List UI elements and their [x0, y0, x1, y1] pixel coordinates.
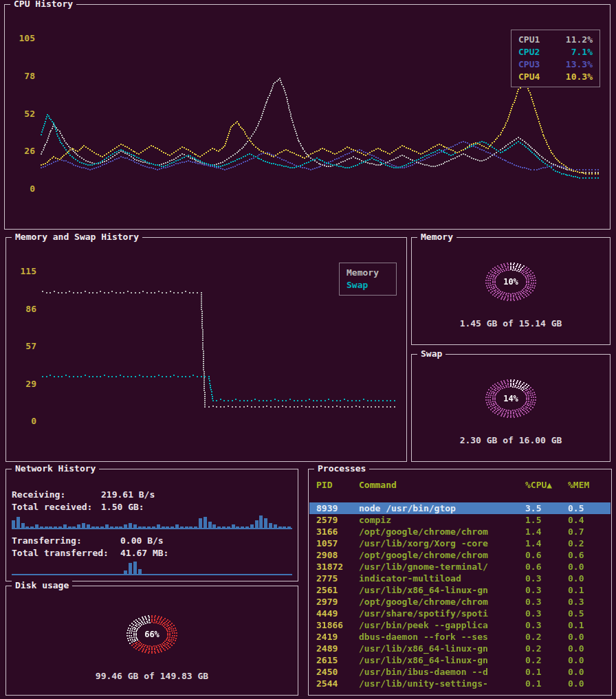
cpu-tick: 0: [30, 184, 35, 194]
swap-title: Swap: [417, 348, 446, 359]
table-row[interactable]: 2775indicator-multiload0.30.0: [309, 573, 610, 584]
total-transferred-label: Total transferred:: [12, 547, 120, 559]
process-pid-cell: 2615: [316, 654, 359, 666]
process-cmd-cell: compiz: [359, 514, 525, 526]
swap-donut: 14%: [442, 367, 580, 430]
table-row[interactable]: 2561/usr/lib/x86_64-linux-gn0.30.1: [309, 584, 610, 596]
transferring-value: 0.00 B/s: [120, 535, 164, 547]
table-row[interactable]: 2450/usr/bin/ibus-daemon --d0.10.0: [309, 666, 610, 678]
process-cmd-cell: /usr/lib/x86_64-linux-gn: [359, 654, 525, 666]
process-mem-cell: 0.1: [568, 584, 604, 596]
process-cpu-cell: 0.6: [525, 561, 568, 573]
command-column-header[interactable]: Command: [359, 479, 525, 491]
process-cmd-cell: /usr/lib/x86_64-linux-gn: [359, 584, 525, 596]
process-cpu-cell: 0.2: [525, 643, 568, 654]
receiving-label: Receiving:: [12, 489, 101, 501]
process-mem-cell: 0.0: [568, 643, 604, 654]
processes-panel: Processes PID Command %CPU▲ %MEM 8939nod…: [308, 469, 612, 696]
transferred-sparkline: [12, 560, 292, 575]
process-cpu-cell: 3.5: [525, 502, 568, 514]
network-history-panel: Network History Receiving: 219.61 B/s To…: [6, 469, 298, 581]
process-cmd-cell: /usr/bin/peek --gapplica: [359, 619, 525, 631]
process-rows: 8939node /usr/bin/gtop3.50.52579compiz1.…: [309, 502, 610, 689]
processes-body: PID Command %CPU▲ %MEM 8939node /usr/bin…: [309, 479, 610, 692]
receiving-row: Receiving: 219.61 B/s: [12, 489, 292, 501]
total-transferred-value: 41.67 MB:: [120, 547, 168, 559]
receiving-value: 219.61 B/s: [101, 489, 155, 501]
process-mem-cell: 0.0: [568, 561, 604, 573]
cpu-legend-row: CPU3 13.3%: [518, 58, 593, 71]
table-row[interactable]: 2489/usr/lib/x86_64-linux-gn0.20.0: [309, 643, 610, 654]
total-received-row: Total received: 1.50 GB:: [12, 501, 292, 513]
cpu2-legend-label: CPU2: [518, 46, 540, 58]
processes-header: PID Command %CPU▲ %MEM: [309, 479, 610, 491]
transferring-label: Transferring:: [12, 535, 120, 547]
cpu-legend-row: CPU1 11.2%: [518, 34, 593, 46]
table-row[interactable]: 31866/usr/bin/peek --gapplica0.30.1: [309, 619, 610, 631]
process-cpu-cell: 0.1: [525, 678, 568, 689]
process-mem-cell: 0.4: [568, 514, 604, 526]
table-row[interactable]: 2908/opt/google/chrome/chrom0.60.6: [309, 549, 610, 561]
process-cpu-cell: 0.3: [525, 584, 568, 596]
process-cmd-cell: /usr/lib/xorg/Xorg -core: [359, 537, 525, 549]
memory-legend-row: Memory: [346, 267, 389, 279]
memory-donut: 10%: [442, 250, 580, 313]
cpu4-legend-label: CPU4: [518, 71, 540, 83]
process-cmd-cell: /opt/google/chrome/chrom: [359, 526, 525, 537]
cpu-history-panel: CPU History 105 78 52 26 0 CPU1 11.2% CP…: [4, 4, 610, 230]
table-row[interactable]: 2979/opt/google/chrome/chrom0.30.3: [309, 596, 610, 608]
cpu-legend: CPU1 11.2% CPU2 7.1% CPU3 13.3% CPU4 10.…: [511, 30, 600, 87]
table-row[interactable]: 31872/usr/lib/gnome-terminal/0.60.0: [309, 561, 610, 573]
swap-panel: Swap 14% 2.30 GB of 16.00 GB: [411, 354, 610, 462]
process-cmd-cell: indicator-multiload: [359, 573, 525, 584]
table-row[interactable]: 2615/usr/lib/x86_64-linux-gn0.20.0: [309, 654, 610, 666]
process-cpu-cell: 1.5: [525, 514, 568, 526]
process-pid-cell: 2979: [316, 596, 359, 608]
process-mem-cell: 0.0: [568, 631, 604, 643]
cpu-tick: 26: [24, 146, 35, 156]
process-pid-cell: 3166: [316, 526, 359, 537]
table-row[interactable]: 2544/usr/lib/unity-settings-0.10.0: [309, 678, 610, 689]
swap-detail: 2.30 GB of 16.00 GB: [412, 435, 610, 445]
process-cmd-cell: /usr/lib/gnome-terminal/: [359, 561, 525, 573]
process-pid-cell: 2419: [316, 631, 359, 643]
disk-donut: 66%: [83, 603, 221, 666]
memory-title: Memory: [417, 232, 456, 242]
swap-percent: 14%: [503, 394, 518, 403]
cpu-column-header[interactable]: %CPU▲: [525, 479, 568, 491]
table-row[interactable]: 2419dbus-daemon --fork --ses0.20.0: [309, 631, 610, 643]
table-row[interactable]: 3166/opt/google/chrome/chrom1.40.7: [309, 526, 610, 537]
process-cpu-cell: 0.6: [525, 549, 568, 561]
memory-tick: 86: [25, 304, 36, 314]
pid-column-header[interactable]: PID: [316, 479, 359, 491]
swap-legend-label: Swap: [346, 279, 368, 291]
cpu1-legend-label: CPU1: [518, 34, 540, 46]
table-row[interactable]: 8939node /usr/bin/gtop3.50.5: [309, 502, 610, 514]
process-cmd-cell: dbus-daemon --fork --ses: [359, 631, 525, 643]
mem-column-header[interactable]: %MEM: [568, 479, 604, 491]
total-transferred-row: Total transferred: 41.67 MB:: [12, 547, 292, 559]
process-mem-cell: 0.2: [568, 537, 604, 549]
process-cmd-cell: /usr/lib/unity-settings-: [359, 678, 525, 689]
cpu-tick: 52: [24, 109, 35, 119]
memory-swap-history-title: Memory and Swap History: [12, 232, 142, 242]
network-body: Receiving: 219.61 B/s Total received: 1.…: [12, 489, 292, 575]
table-row[interactable]: 4449/usr/share/spotify/spoti0.30.5: [309, 608, 610, 619]
process-mem-cell: 0.0: [568, 654, 604, 666]
memory-legend-row: Swap: [346, 279, 389, 291]
table-row[interactable]: 2579compiz1.50.4: [309, 514, 610, 526]
process-mem-cell: 0.0: [568, 678, 604, 689]
process-cmd-cell: /usr/share/spotify/spoti: [359, 608, 525, 619]
memory-panel: Memory 10% 1.45 GB of 15.14 GB: [411, 237, 610, 345]
memory-percent: 10%: [503, 277, 518, 287]
table-row[interactable]: 1057/usr/lib/xorg/Xorg -core1.40.2: [309, 537, 610, 549]
cpu-y-axis: 105 78 52 26 0: [9, 33, 35, 194]
process-mem-cell: 0.5: [568, 502, 604, 514]
received-sparkline: [12, 514, 292, 529]
cpu2-legend-value: 7.1%: [571, 46, 593, 58]
memory-legend-label: Memory: [346, 267, 379, 279]
disk-usage-title: Disk usage: [12, 580, 72, 590]
process-cpu-cell: 0.1: [525, 666, 568, 678]
memory-tick: 115: [21, 266, 36, 276]
process-pid-cell: 31866: [316, 619, 359, 631]
